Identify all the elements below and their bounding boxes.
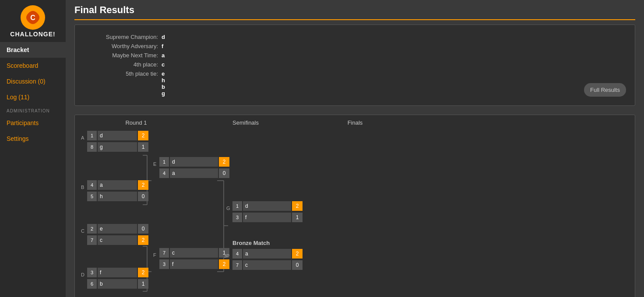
match-3P-row2: 7 c 0 [232,260,303,270]
match-G: G 1 d 2 3 f 1 [232,201,303,224]
match-3P-score2: 0 [292,260,303,270]
match-F-seed2: 3 [159,259,169,269]
match-F-player2: f [170,259,218,269]
match-3P-row1: 4 a 2 [232,248,303,259]
match-B-row1: 4 a 2 [87,180,148,190]
sidebar-item-bracket[interactable]: Bracket [0,42,66,58]
match-3P-seed2: 7 [232,260,242,270]
adversary-value: f [162,43,163,49]
match-C-seed1: 2 [87,224,97,234]
match-B-player1: a [98,180,137,190]
match-D-score2: 1 [138,279,148,289]
match-B-score1: 2 [138,180,148,190]
match-F-player1: c [170,248,218,258]
match-D-score1: 2 [138,268,148,277]
match-A-player2: g [98,142,137,152]
round-header-3: Finals [311,119,399,126]
match-F-seed1: 7 [159,248,169,258]
match-D-row1: 3 f 2 [87,267,148,278]
match-A-label: A [81,135,84,140]
fifth-values: e h b g [162,70,165,97]
champion-value: d [162,34,165,40]
match-3P-label: 3P [224,253,229,259]
match-3P-seed1: 4 [232,249,242,259]
match-E-row2: 4 a 0 [159,168,229,178]
third-label: Maybe Next Time: [88,52,158,59]
sidebar-item-settings[interactable]: Settings [0,131,66,147]
adversary-row: Worthy Adversary: f [88,43,622,49]
results-panel: Supreme Champion: d Worthy Adversary: f … [74,24,635,106]
sidebar: C CHALLONGE! Bracket Scoreboard Discussi… [0,0,66,297]
match-C-row2: 7 c 2 [87,235,148,245]
match-G-player2: f [243,213,291,222]
match-G-seed1: 1 [232,201,242,211]
round-headers: Round 1 Semifinals Finals [79,119,630,126]
fourth-row: 4th place: c [88,61,622,68]
challonge-logo-icon: C [20,4,46,31]
match-D: D 3 f 2 6 b 1 [87,267,148,290]
match-A-score1: 2 [138,131,148,140]
match-B-seed2: 5 [87,192,97,201]
match-D-seed1: 3 [87,268,97,277]
match-A: A 1 d 2 8 g 1 [87,130,148,153]
match-G-row2: 3 f 1 [232,212,303,223]
match-3P-score1: 2 [292,249,303,259]
round-header-1: Round 1 [92,119,180,126]
match-E: E 1 d 2 4 a 0 [159,157,229,179]
match-E-score1: 2 [219,157,229,167]
match-D-row2: 6 b 1 [87,279,148,289]
match-E-seed2: 4 [159,168,169,178]
match-A-row1: 1 d 2 [87,130,148,141]
match-A-player1: d [98,131,137,140]
third-value: a [162,52,165,59]
match-B-score2: 0 [138,192,148,201]
sidebar-item-log[interactable]: Log (11) [0,89,66,105]
match-D-label: D [81,272,84,277]
admin-label: ADMINISTRATION [0,105,66,115]
match-G-label: G [226,206,230,211]
match-D-seed2: 6 [87,279,97,289]
match-A-row2: 8 g 1 [87,142,148,152]
fourth-label: 4th place: [88,61,158,68]
sidebar-item-scoreboard[interactable]: Scoreboard [0,58,66,73]
match-B: B 4 a 2 5 h 0 [87,180,148,203]
match-F-row1: 7 c 1 [159,248,229,258]
match-D-player2: b [98,279,137,289]
bracket-area: Round 1 Semifinals Finals [74,115,635,297]
third-row: Maybe Next Time: a [88,52,622,59]
match-C-seed2: 7 [87,235,97,245]
match-F-score2: 2 [219,259,229,269]
match-E-row1: 1 d 2 [159,157,229,167]
match-G-score2: 1 [292,213,303,222]
match-C-player2: c [98,235,137,245]
match-G-player1: d [243,201,291,211]
match-C-score1: 0 [138,224,148,234]
logo-area: C CHALLONGE! [10,4,55,38]
match-C-score2: 2 [138,235,148,245]
match-A-seed1: 1 [87,131,97,140]
match-D-player1: f [98,268,137,277]
fifth-label: 5th place tie: [88,70,158,77]
sidebar-nav: Bracket Scoreboard Discussion (0) Log (1… [0,42,66,147]
match-F-row2: 3 f 2 [159,259,229,269]
sidebar-item-discussion[interactable]: Discussion (0) [0,73,66,89]
logo-text: CHALLONGE! [10,31,55,38]
match-F: F 7 c 1 3 f 2 [159,248,229,270]
sidebar-item-participants[interactable]: Participants [0,115,66,131]
match-C: C 2 e 0 7 c 2 [87,224,148,246]
match-C-label: C [81,228,84,234]
full-results-button[interactable]: Full Results [584,83,626,97]
match-G-seed2: 3 [232,213,242,222]
match-3P-player1: a [243,249,291,259]
fourth-value: c [162,61,165,68]
match-F-label: F [153,252,156,258]
match-G-score1: 2 [292,201,303,211]
match-E-label: E [153,161,156,167]
match-B-label: B [81,185,84,190]
svg-text:C: C [30,14,35,21]
match-E-score2: 0 [219,168,229,178]
match-A-score2: 1 [138,142,148,152]
match-E-seed1: 1 [159,157,169,167]
match-A-seed2: 8 [87,142,97,152]
round-header-2: Semifinals [202,119,289,126]
